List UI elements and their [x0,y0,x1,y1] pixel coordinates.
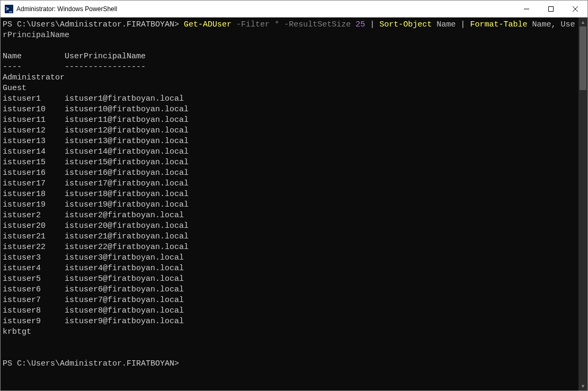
cell-name: istuser15 [3,157,65,168]
close-button[interactable] [563,1,587,17]
cell-name: istuser6 [3,285,65,295]
cell-upn: istuser5@firatboyan.local [65,274,184,285]
close-icon [572,6,578,12]
cell-upn: istuser3@firatboyan.local [65,253,184,263]
cmd-get-aduser: Get-ADUser [184,20,231,29]
table-row: istuser6istuser6@firatboyan.local [3,285,578,295]
cmd-sort-object: Sort-Object [379,20,432,29]
cell-name: istuser10 [3,104,65,115]
cell-upn: istuser19@firatboyan.local [65,200,189,210]
window-title: Administrator: Windows PowerShell [16,5,117,13]
cell-name: istuser1 [3,94,65,104]
table-row: istuser17istuser17@firatboyan.local [3,179,578,189]
cell-upn: istuser16@firatboyan.local [65,168,189,179]
table-row: istuser2istuser2@firatboyan.local [3,210,578,221]
cell-name: istuser2 [3,210,65,221]
cell-name: istuser4 [3,263,65,274]
cell-name: istuser7 [3,295,65,306]
cell-upn: istuser7@firatboyan.local [65,295,184,306]
cell-name: Guest [3,83,65,94]
table-row: istuser11istuser11@firatboyan.local [3,115,578,126]
cell-name: istuser12 [3,126,65,136]
cell-upn: istuser2@firatboyan.local [65,210,184,221]
cell-name: istuser11 [3,115,65,126]
table-row: istuser21istuser21@firatboyan.local [3,232,578,242]
scroll-down-arrow-icon[interactable]: ▼ [578,381,587,390]
pipe-1: | [370,20,375,29]
ft-arg-upn-part1: Use [560,20,575,29]
table-row: istuser12istuser12@firatboyan.local [3,126,578,136]
param-resultsetsize-value: 25 [355,20,365,29]
ft-arg-name: Name, [532,20,556,29]
pipe-2: | [460,20,465,29]
vertical-scrollbar[interactable]: ▲ ▼ [578,17,587,390]
cell-upn: istuser6@firatboyan.local [65,285,184,295]
svg-rect-1 [549,6,554,11]
table-row: istuser22istuser22@firatboyan.local [3,242,578,253]
cell-name: Administrator [3,73,65,83]
cell-upn: istuser14@firatboyan.local [65,147,189,157]
table-row: istuser14istuser14@firatboyan.local [3,147,578,157]
cell-upn: istuser13@firatboyan.local [65,136,189,147]
header-upn-underline: ----------------- [65,62,146,73]
cell-upn: istuser11@firatboyan.local [65,115,189,126]
scroll-up-arrow-icon[interactable]: ▲ [578,17,587,26]
maximize-icon [548,6,554,12]
table-row: istuser13istuser13@firatboyan.local [3,136,578,147]
cell-name: istuser14 [3,147,65,157]
scroll-thumb[interactable] [580,26,586,90]
cell-upn: istuser10@firatboyan.local [65,104,189,115]
window-titlebar[interactable]: >_ Administrator: Windows PowerShell [1,1,587,17]
cell-upn: istuser15@firatboyan.local [65,157,189,168]
table-row: istuser7istuser7@firatboyan.local [3,295,578,306]
cell-name: istuser16 [3,168,65,179]
ft-arg-upn-part2: rPrincipalName [3,31,69,40]
cell-name: istuser3 [3,253,65,263]
cell-upn: istuser21@firatboyan.local [65,232,189,242]
cell-name: istuser17 [3,179,65,189]
header-name: Name [3,51,65,62]
table-row: istuser18istuser18@firatboyan.local [3,189,578,200]
cell-upn: istuser22@firatboyan.local [65,242,189,253]
cell-upn: istuser8@firatboyan.local [65,306,184,316]
cell-name: krbtgt [3,327,65,337]
header-upn: UserPrincipalName [65,51,146,62]
table-row: istuser15istuser15@firatboyan.local [3,157,578,168]
cell-name: istuser5 [3,274,65,285]
terminal-output[interactable]: PS C:\Users\Administrator.FIRATBOYAN> Ge… [1,17,578,390]
cell-upn: istuser20@firatboyan.local [65,221,189,232]
prompt-path: PS C:\Users\Administrator.FIRATBOYAN> [3,20,179,29]
table-row: istuser5istuser5@firatboyan.local [3,274,578,285]
table-row: istuser3istuser3@firatboyan.local [3,253,578,263]
table-row: istuser1istuser1@firatboyan.local [3,94,578,104]
table-row: istuser16istuser16@firatboyan.local [3,168,578,179]
cell-name: istuser19 [3,200,65,210]
param-filter-value: * [274,20,279,29]
cell-upn: istuser12@firatboyan.local [65,126,189,136]
table-row: istuser19istuser19@firatboyan.local [3,200,578,210]
table-row: istuser8istuser8@firatboyan.local [3,306,578,316]
cell-upn: istuser1@firatboyan.local [65,94,184,104]
table-row: Guest [3,83,578,94]
cell-upn: istuser4@firatboyan.local [65,263,184,274]
table-row: istuser20istuser20@firatboyan.local [3,221,578,232]
powershell-icon: >_ [5,5,13,13]
param-filter: -Filter [236,20,270,29]
cmd-format-table: Format-Table [470,20,527,29]
minimize-icon [524,6,529,12]
cell-name: istuser9 [3,316,65,327]
table-row: istuser9istuser9@firatboyan.local [3,316,578,327]
table-row: Administrator [3,73,578,83]
cell-upn: istuser17@firatboyan.local [65,179,189,189]
maximize-button[interactable] [539,1,563,17]
cell-name: istuser13 [3,136,65,147]
cell-name: istuser21 [3,232,65,242]
cell-upn: istuser9@firatboyan.local [65,316,184,327]
table-row: istuser4istuser4@firatboyan.local [3,263,578,274]
cell-name: istuser20 [3,221,65,232]
cell-upn: istuser18@firatboyan.local [65,189,189,200]
cell-name: istuser22 [3,242,65,253]
prompt-path-2: PS C:\Users\Administrator.FIRATBOYAN> [3,359,179,368]
param-resultsetsize: -ResultSetSize [284,20,351,29]
minimize-button[interactable] [514,1,539,17]
